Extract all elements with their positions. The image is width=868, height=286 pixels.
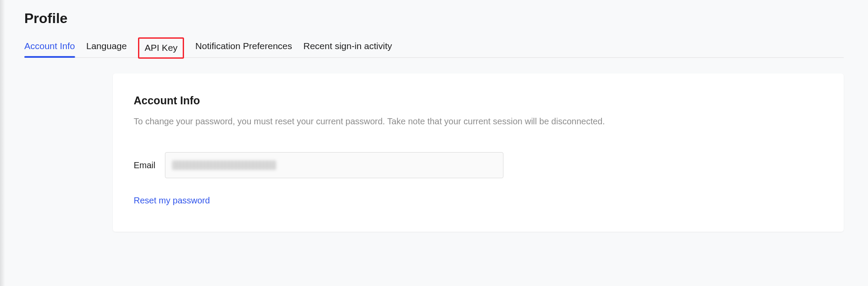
- tab-language[interactable]: Language: [86, 40, 127, 57]
- email-value-redacted: [172, 160, 276, 170]
- account-info-card: Account Info To change your password, yo…: [113, 73, 844, 232]
- card-description: To change your password, you must reset …: [134, 115, 823, 128]
- tabs-row: Account Info Language API Key Notificati…: [24, 40, 844, 58]
- tab-notification-preferences[interactable]: Notification Preferences: [195, 40, 292, 57]
- header-area: Profile Account Info Language API Key No…: [0, 0, 868, 58]
- page-title: Profile: [24, 10, 844, 27]
- reset-password-link[interactable]: Reset my password: [134, 196, 210, 206]
- tab-api-key[interactable]: API Key: [138, 37, 184, 59]
- content-area: Account Info To change your password, yo…: [0, 58, 868, 249]
- page-wrap: Profile Account Info Language API Key No…: [0, 0, 868, 249]
- tab-recent-signin-activity[interactable]: Recent sign-in activity: [303, 40, 392, 57]
- email-row: Email: [134, 152, 823, 178]
- email-label: Email: [134, 160, 160, 170]
- email-field[interactable]: [165, 152, 503, 178]
- tab-account-info[interactable]: Account Info: [24, 40, 75, 57]
- card-title: Account Info: [134, 94, 823, 107]
